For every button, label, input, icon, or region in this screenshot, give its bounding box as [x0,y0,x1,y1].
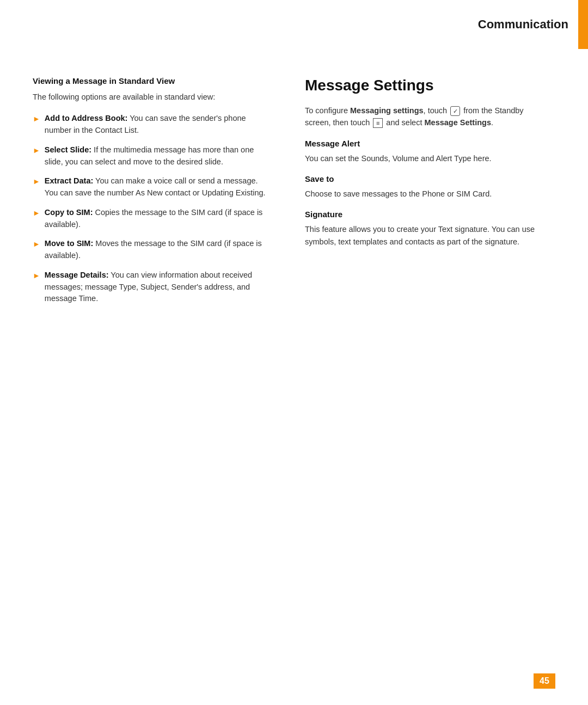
configure-mid: , touch [424,106,450,115]
page-number: 45 [534,673,555,689]
menu-icon: ≡ [373,118,383,128]
bullet-arrow-6: ► [33,270,40,281]
save-to-body: Choose to save messages to the Phone or … [305,188,544,200]
list-item: ► Copy to SIM: Copies the message to the… [33,207,272,231]
left-column: Viewing a Message in Standard View The f… [33,76,272,312]
main-heading: Message Settings [305,76,544,95]
bullet-list: ► Add to Address Book: You can save the … [33,113,272,305]
bullet-text-1: Add to Address Book: You can save the se… [45,113,272,137]
bullet-arrow-1: ► [33,113,40,125]
bullet-text-2: Select Slide: If the multimedia message … [45,144,272,168]
configure-text: To configure Messaging settings, touch ✓… [305,105,544,129]
list-item: ► Add to Address Book: You can save the … [33,113,272,137]
configure-prefix: To configure [305,106,350,115]
header-bar [578,0,588,49]
list-item: ► Move to SIM: Moves the message to the … [33,238,272,262]
page-header: Communication [0,0,588,49]
check-icon: ✓ [450,106,460,116]
list-item: ► Select Slide: If the multimedia messag… [33,144,272,168]
message-alert-body: You can set the Sounds, Volume and Alert… [305,152,544,164]
left-intro-text: The following options are available in s… [33,91,272,103]
list-item: ► Message Details: You can view informat… [33,269,272,305]
bullet-text-5: Move to SIM: Moves the message to the SI… [45,238,272,262]
configure-period: . [491,118,493,127]
list-item: ► Extract Data: You can make a voice cal… [33,175,272,199]
bullet-arrow-4: ► [33,207,40,219]
signature-body: This feature allows you to create your T… [305,223,544,248]
save-to-heading: Save to [305,174,544,183]
bullet-text-6: Message Details: You can view informatio… [45,269,272,305]
header-title: Communication [478,8,568,41]
page-container: Communication Viewing a Message in Stand… [0,0,588,705]
bullet-arrow-2: ► [33,145,40,156]
configure-select-bold: Message Settings [425,118,492,127]
bullet-arrow-5: ► [33,238,40,250]
left-section-heading: Viewing a Message in Standard View [33,76,272,85]
right-column: Message Settings To configure Messaging … [305,76,544,312]
signature-heading: Signature [305,210,544,219]
bullet-text-3: Extract Data: You can make a voice call … [45,175,272,199]
message-alert-heading: Message Alert [305,139,544,148]
configure-bold: Messaging settings [350,106,424,115]
bullet-arrow-3: ► [33,176,40,187]
configure-end: and select [384,118,424,127]
bullet-text-4: Copy to SIM: Copies the message to the S… [45,207,272,231]
main-content: Viewing a Message in Standard View The f… [33,76,555,312]
